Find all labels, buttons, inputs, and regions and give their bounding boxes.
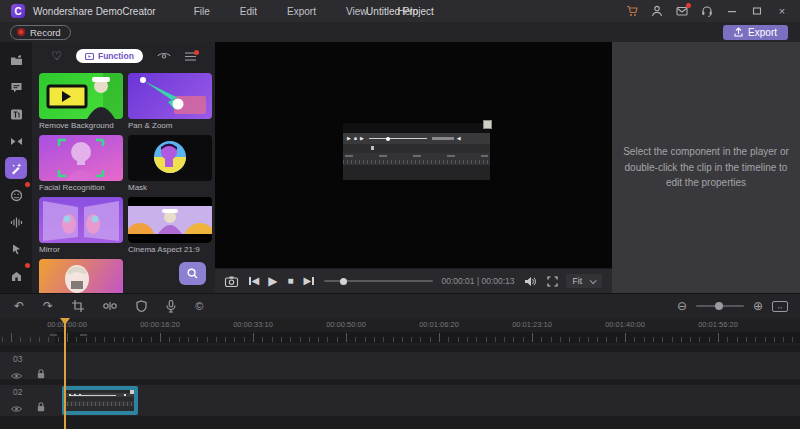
maximize-icon[interactable] <box>751 5 763 17</box>
text-icon <box>10 108 23 121</box>
minimize-icon[interactable] <box>726 5 738 17</box>
search-button[interactable] <box>179 262 206 285</box>
effect-label: Mask <box>128 183 212 193</box>
sidebar-item-transition[interactable] <box>5 130 27 152</box>
clip-mini-ruler <box>66 401 134 406</box>
app-window: C Wondershare DemoCreator File Edit Expo… <box>0 0 800 429</box>
crop-button[interactable] <box>72 300 84 312</box>
effect-facial-recognition[interactable]: Facial Recognition <box>39 135 123 193</box>
effect-mirror[interactable]: Mirror <box>39 197 123 255</box>
titlebar-actions: × <box>626 5 800 17</box>
menu-view[interactable]: View <box>346 6 368 17</box>
track-03[interactable]: 03 <box>0 352 800 379</box>
timeline-tools: ↶ ↷ © <box>0 300 203 313</box>
effect-thumbnail <box>39 73 123 119</box>
record-dot-icon <box>17 28 25 36</box>
menu-file[interactable]: File <box>194 6 210 17</box>
clip-mini-slider <box>70 395 116 396</box>
effect-pan-zoom[interactable]: Pan & Zoom <box>128 73 212 131</box>
sidebar-item-effects[interactable] <box>5 157 27 179</box>
sidebar-item-sticker[interactable] <box>5 184 27 206</box>
mini-next-icon: ▶ <box>360 136 364 141</box>
mini-toolbar <box>343 144 490 153</box>
quick-action-bar: Record Export <box>0 22 800 42</box>
effect-mask[interactable]: Mask <box>128 135 212 193</box>
export-label: Export <box>748 27 777 38</box>
sidebar-item-media[interactable] <box>5 49 27 71</box>
record-button[interactable]: Record <box>10 25 71 40</box>
effect-label: Facial Recognition <box>39 183 123 193</box>
stop-button[interactable]: ■ <box>287 276 293 286</box>
redo-button[interactable]: ↷ <box>43 300 53 312</box>
close-icon[interactable]: × <box>776 5 788 17</box>
mini-tracks <box>343 165 490 180</box>
timeline-ruler[interactable]: 00:00:00:00 00:00:16:20 00:00:33:10 00:0… <box>0 318 800 345</box>
sidebar-item-annotation[interactable] <box>5 76 27 98</box>
zoom-mode-value: Fit <box>573 276 582 286</box>
volume-button[interactable] <box>524 276 537 287</box>
sidebar-item-store[interactable] <box>5 265 27 287</box>
effect-remove-background[interactable]: Remove Background <box>39 73 123 131</box>
menu-export[interactable]: Export <box>287 6 316 17</box>
ruler-timestamp: 00:01:23:10 <box>512 320 552 329</box>
presets-tab[interactable] <box>157 51 171 61</box>
lock-icon <box>37 369 45 379</box>
preview-area: ▶ ■ ▶ ◀ ◀ ▶ <box>215 42 612 293</box>
voiceover-button[interactable] <box>166 300 176 313</box>
preview-video-clip[interactable]: ▶ ■ ▶ ◀ <box>343 123 490 180</box>
timeline-clip-selected[interactable] <box>62 386 138 415</box>
next-frame-button[interactable]: ▶ <box>303 276 313 286</box>
playback-slider-knob[interactable] <box>340 278 347 285</box>
menu-edit[interactable]: Edit <box>240 6 257 17</box>
snapshot-button[interactable] <box>225 276 238 287</box>
record-label: Record <box>30 27 61 38</box>
favorites-tab[interactable]: ♡ <box>51 49 62 63</box>
playback-slider[interactable] <box>324 280 434 282</box>
sidebar-item-cursor[interactable] <box>5 238 27 260</box>
denoise-button[interactable] <box>103 301 117 311</box>
fullscreen-button[interactable] <box>547 276 558 287</box>
export-button[interactable]: Export <box>723 25 788 40</box>
sidebar-item-audio[interactable] <box>5 211 27 233</box>
zoom-slider-knob[interactable] <box>715 302 723 310</box>
clip-mini-badge <box>130 390 134 394</box>
effect-label: Cinema Aspect 21:9 <box>128 245 212 255</box>
track-lock-toggle[interactable] <box>37 365 45 383</box>
track-visibility-toggle[interactable] <box>11 366 22 384</box>
eye-icon <box>11 372 22 380</box>
zoom-mode-dropdown[interactable]: Fit <box>566 274 602 288</box>
account-icon[interactable] <box>651 5 663 17</box>
track-visibility-toggle[interactable] <box>11 399 22 417</box>
messages-icon[interactable] <box>676 5 688 17</box>
support-icon[interactable] <box>701 5 713 17</box>
function-tab[interactable]: Function <box>76 49 143 63</box>
cart-icon[interactable] <box>626 5 638 17</box>
preview-canvas[interactable]: ▶ ■ ▶ ◀ <box>215 42 612 268</box>
play-button[interactable]: ▶ <box>268 275 277 287</box>
previous-frame-button[interactable]: ◀ <box>249 276 259 286</box>
zoom-in-button[interactable]: ⊕ <box>753 300 763 312</box>
panel-menu-button[interactable] <box>185 52 196 61</box>
green-screen-button[interactable] <box>136 300 147 312</box>
sidebar-item-text[interactable] <box>5 103 27 125</box>
notification-dot <box>686 3 691 8</box>
store-icon <box>10 270 23 283</box>
undo-button[interactable]: ↶ <box>14 300 24 312</box>
ruler-major-ticks <box>0 333 800 342</box>
track-lock-toggle[interactable] <box>37 398 45 416</box>
function-tab-icon <box>85 52 94 61</box>
timeline-zoom-slider[interactable] <box>696 305 744 307</box>
track-id: 02 <box>13 387 22 397</box>
zoom-out-button[interactable]: ⊖ <box>677 300 687 312</box>
fit-timeline-button[interactable]: ↔ <box>772 301 788 312</box>
effect-cinema-aspect[interactable]: Cinema Aspect 21:9 <box>128 197 212 255</box>
timecode-display: 00:00:01 | 00:00:13 <box>441 276 514 286</box>
copyright-button[interactable]: © <box>195 301 203 312</box>
chevron-down-icon <box>590 277 597 284</box>
effects-tabs: ♡ Function <box>32 45 215 67</box>
fullscreen-icon <box>547 276 558 287</box>
mini-volume-icon: ◀ <box>457 136 461 141</box>
volume-icon <box>524 276 537 287</box>
playhead[interactable] <box>64 318 66 429</box>
mini-ruler <box>343 153 490 165</box>
